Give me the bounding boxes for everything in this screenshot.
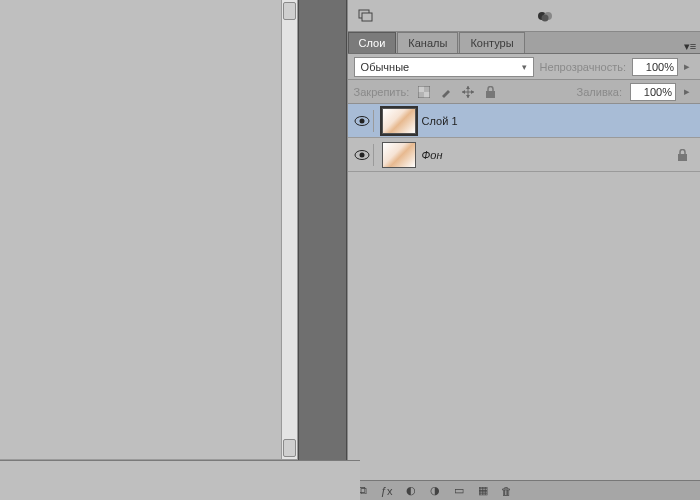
opacity-label: Непрозрачность: xyxy=(540,61,626,73)
delete-layer-icon[interactable]: 🗑 xyxy=(500,484,514,498)
layer-name-label[interactable]: Фон xyxy=(422,149,443,161)
visibility-eye-icon[interactable] xyxy=(352,144,374,166)
blend-mode-select[interactable]: Обычные ▾ xyxy=(354,57,534,77)
scroll-down-button[interactable] xyxy=(283,439,296,457)
chevron-down-icon: ▾ xyxy=(522,62,527,72)
scroll-up-button[interactable] xyxy=(283,2,296,20)
blend-opacity-row: Обычные ▾ Непрозрачность: 100% ▸ xyxy=(348,54,700,80)
opacity-spinner-icon[interactable]: ▸ xyxy=(684,60,694,73)
vertical-scrollbar[interactable] xyxy=(281,0,297,459)
svg-rect-13 xyxy=(678,154,687,161)
lock-transparency-icon[interactable] xyxy=(417,85,431,99)
svg-point-4 xyxy=(541,14,548,21)
panel-menu-icon[interactable]: ▾≡ xyxy=(680,40,700,53)
lock-label: Закрепить: xyxy=(354,86,410,98)
layer-thumbnail[interactable] xyxy=(382,142,416,168)
fill-spinner-icon[interactable]: ▸ xyxy=(684,85,694,98)
layers-panel-footer: ⧉ ƒx ◐ ◑ ▭ ▦ 🗑 xyxy=(348,480,700,500)
bottom-statusbar xyxy=(0,460,360,500)
layer-row[interactable]: Слой 1 xyxy=(348,104,700,138)
svg-rect-6 xyxy=(424,92,430,98)
app-root: Слои Каналы Контуры ▾≡ Обычные ▾ Непрозр… xyxy=(0,0,700,500)
opacity-input[interactable]: 100% xyxy=(632,58,678,76)
svg-point-12 xyxy=(360,152,365,157)
lock-icon xyxy=(677,149,688,161)
layer-style-icon[interactable]: ƒx xyxy=(380,484,394,498)
tab-layers[interactable]: Слои xyxy=(348,32,397,53)
lock-fill-row: Закрепить: Заливка: 100% ▸ xyxy=(348,80,700,104)
lock-all-icon[interactable] xyxy=(483,85,497,99)
svg-rect-1 xyxy=(362,13,372,21)
adjustment-layer-icon[interactable]: ◑ xyxy=(428,484,442,498)
svg-rect-5 xyxy=(418,86,424,92)
layer-name-label[interactable]: Слой 1 xyxy=(422,115,458,127)
layer-mask-icon[interactable]: ◐ xyxy=(404,484,418,498)
layer-thumbnail[interactable] xyxy=(382,108,416,134)
panel-dock-gap xyxy=(298,0,346,500)
arrange-icon[interactable] xyxy=(356,6,376,26)
svg-point-10 xyxy=(360,118,365,123)
blend-mode-value: Обычные xyxy=(361,61,410,73)
lock-position-icon[interactable] xyxy=(461,85,475,99)
layers-panel: Слои Каналы Контуры ▾≡ Обычные ▾ Непрозр… xyxy=(347,0,700,500)
layer-row[interactable]: Фон xyxy=(348,138,700,172)
new-layer-icon[interactable]: ▦ xyxy=(476,484,490,498)
fill-label: Заливка: xyxy=(577,86,622,98)
visibility-eye-icon[interactable] xyxy=(352,110,374,132)
tab-channels[interactable]: Каналы xyxy=(397,32,458,53)
swatches-icon[interactable] xyxy=(536,6,556,26)
canvas-area[interactable] xyxy=(0,0,298,460)
lock-pixels-icon[interactable] xyxy=(439,85,453,99)
layer-list: Слой 1 Фон xyxy=(348,104,700,480)
svg-rect-8 xyxy=(486,91,495,98)
lock-icons-group xyxy=(417,85,497,99)
panel-top-iconbar xyxy=(348,0,700,32)
panel-tabs: Слои Каналы Контуры ▾≡ xyxy=(348,32,700,54)
tab-paths[interactable]: Контуры xyxy=(459,32,524,53)
fill-input[interactable]: 100% xyxy=(630,83,676,101)
group-icon[interactable]: ▭ xyxy=(452,484,466,498)
